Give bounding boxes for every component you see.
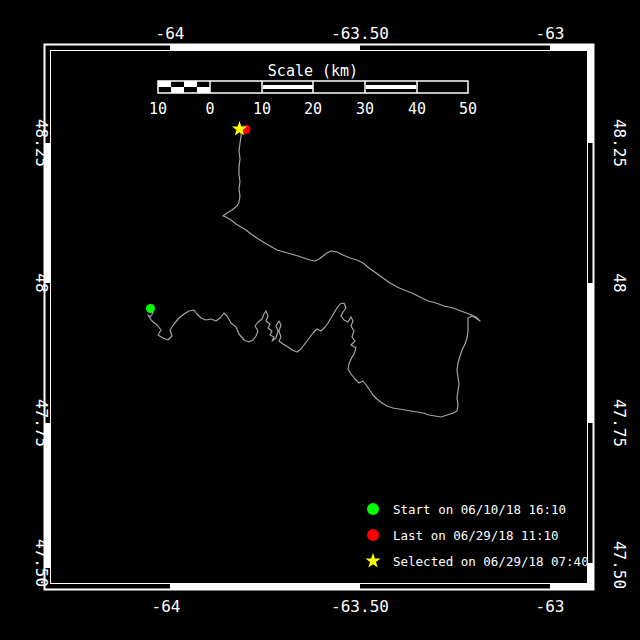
frame-band-top-2 — [550, 44, 594, 50]
scale-bar-checker — [171, 87, 184, 93]
scale-tick-label: 40 — [408, 100, 426, 118]
scale-bar-checker — [184, 81, 197, 87]
legend-label-selected: Selected on 06/29/18 07:40 — [393, 554, 589, 569]
legend-item-start: Start on 06/10/18 16:10 — [367, 502, 566, 517]
scale-tick-label: 10 — [149, 100, 167, 118]
lon-axis-bottom: -64 -63.50 -63 — [152, 597, 565, 616]
lat-tick-label: 47.75 — [610, 399, 629, 447]
lat-tick-label: 48.25 — [610, 119, 629, 167]
frame-band-top-1 — [170, 44, 360, 50]
frame-band-right-3 — [588, 563, 594, 590]
lon-tick-label: -63.50 — [331, 597, 389, 616]
legend-label-last: Last on 06/29/18 11:10 — [393, 528, 559, 543]
scale-tick-label: 20 — [304, 100, 322, 118]
frame-band-right-2 — [588, 283, 594, 423]
lon-tick-label: -63.50 — [331, 24, 389, 43]
scale-tick-label: 0 — [205, 100, 214, 118]
scale-tick-label: 50 — [459, 100, 477, 118]
lat-tick-label: 48 — [32, 273, 51, 292]
scale-bar-checker — [197, 87, 210, 93]
scale-tick-label: 30 — [356, 100, 374, 118]
lon-tick-label: -64 — [152, 597, 181, 616]
scale-bar-stripe — [263, 85, 313, 89]
scale-bar: Scale (km) 10 0 10 20 30 40 50 — [149, 62, 477, 118]
last-legend-icon — [367, 529, 379, 541]
selected-legend-star-icon — [365, 553, 380, 568]
scale-bar-checker — [158, 81, 171, 87]
start-legend-icon — [367, 503, 379, 515]
map-canvas: -64 -63.50 -63 -64 -63.50 -63 48.25 48 4… — [0, 0, 640, 640]
lon-tick-label: -64 — [156, 24, 185, 43]
lat-tick-label: 48 — [610, 273, 629, 292]
lon-tick-label: -63 — [536, 597, 565, 616]
scale-bar-title: Scale (km) — [268, 62, 358, 80]
legend-item-selected: Selected on 06/29/18 07:40 — [365, 553, 588, 569]
lat-tick-label: 47.50 — [610, 541, 629, 589]
start-marker[interactable] — [146, 304, 155, 313]
lat-tick-label: 47.50 — [32, 539, 51, 587]
legend: Start on 06/10/18 16:10 Last on 06/29/18… — [365, 502, 588, 569]
scale-tick-label: 10 — [253, 100, 271, 118]
frame-band-bottom-1 — [170, 584, 360, 590]
scale-bar-stripe — [366, 85, 416, 89]
frame-band-bottom-2 — [550, 584, 594, 590]
lat-tick-label: 47.75 — [32, 399, 51, 447]
tracking-map-window: -64 -63.50 -63 -64 -63.50 -63 48.25 48 4… — [0, 0, 640, 640]
gps-track-path — [148, 131, 480, 417]
lat-axis-right: 48.25 48 47.75 47.50 — [610, 119, 629, 589]
lon-tick-label: -63 — [536, 24, 565, 43]
legend-item-last: Last on 06/29/18 11:10 — [367, 528, 559, 543]
lat-tick-label: 48.25 — [32, 119, 51, 167]
lon-axis-top: -64 -63.50 -63 — [156, 24, 565, 43]
legend-label-start: Start on 06/10/18 16:10 — [393, 502, 566, 517]
frame-band-right-1 — [588, 44, 594, 143]
